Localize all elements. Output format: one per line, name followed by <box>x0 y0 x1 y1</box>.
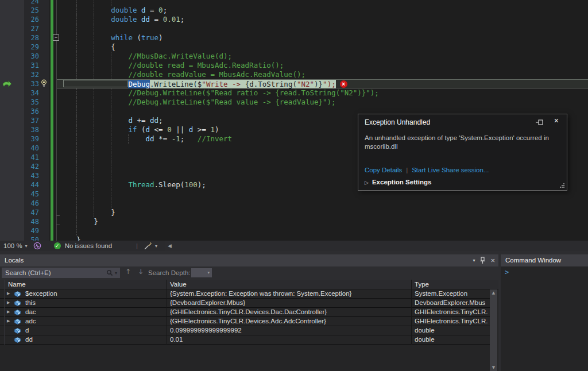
code-line[interactable] <box>0 226 588 235</box>
locals-title-bar[interactable]: Locals ▾ × <box>0 254 498 266</box>
search-next-icon[interactable]: ↓ <box>138 268 144 276</box>
locals-row[interactable]: ▶this{DevboardExplorer.Mbus}DevboardExpl… <box>0 299 490 308</box>
locals-row[interactable]: ▶$exception{System.Exception: Exception … <box>0 289 490 299</box>
command-prompt[interactable]: > <box>505 268 509 276</box>
column-separator[interactable] <box>411 280 412 345</box>
copy-details-link[interactable]: Copy Details <box>365 167 402 173</box>
column-header-name[interactable]: Name <box>8 280 26 289</box>
indent-guide <box>76 42 77 52</box>
code-text: //Debug.WriteLine($"Read ratio -> {read.… <box>128 88 379 98</box>
code-line[interactable]: } <box>0 208 588 217</box>
indent-guide <box>94 125 94 134</box>
search-input[interactable]: Search (Ctrl+E) ▾ <box>2 268 120 278</box>
locals-row[interactable]: d0.099999999999999992double <box>0 326 490 335</box>
scroll-up-arrow-icon[interactable]: ▲ <box>490 291 497 295</box>
fold-end-tick <box>56 225 60 225</box>
indent-guide <box>76 226 77 235</box>
locals-column-header[interactable]: Name Value Type <box>0 280 498 289</box>
indent-guide <box>76 208 77 217</box>
locals-title: Locals <box>5 257 24 264</box>
variable-value[interactable]: {GHIElectronics.TinyCLR.Devices.Dac.DacC… <box>170 308 408 316</box>
expand-arrow-icon[interactable]: ▶ <box>7 308 10 316</box>
locals-row[interactable]: ▶dac{GHIElectronics.TinyCLR.Devices.Dac.… <box>0 308 490 317</box>
code-line[interactable] <box>0 199 588 208</box>
code-cleanup-dropdown-icon[interactable]: ▾ <box>155 244 157 249</box>
search-depth-dropdown[interactable]: ▾ <box>191 268 212 277</box>
code-line[interactable]: //Debug.WriteLine($"Read value -> {readV… <box>0 98 588 107</box>
expand-arrow-icon[interactable]: ▶ <box>7 289 10 298</box>
code-health-icon[interactable] <box>33 242 41 250</box>
column-header-type[interactable]: Type <box>415 280 429 289</box>
indent-guide <box>111 61 111 70</box>
search-options-dropdown-icon[interactable]: ▾ <box>115 270 117 276</box>
selected-word[interactable]: Debug <box>128 80 150 88</box>
code-line[interactable]: //Debug.WriteLine($"Read ratio -> {read.… <box>0 88 588 98</box>
issues-check-icon: ✓ <box>54 242 61 249</box>
fold-collapse-box[interactable]: − <box>53 34 59 41</box>
code-line[interactable]: double dd = 0.01; <box>0 15 588 24</box>
code-line[interactable]: while (true) <box>0 33 588 42</box>
indent-guide <box>111 153 111 162</box>
expand-arrow-icon[interactable]: ▶ <box>7 299 10 307</box>
scroll-down-arrow-icon[interactable]: ▼ <box>490 365 497 370</box>
code-line[interactable]: //MbusDac.WriteValue(d); <box>0 52 588 61</box>
resize-grip-icon[interactable] <box>559 183 565 188</box>
code-line[interactable]: //double read = MbusAdc.ReadRatio(); <box>0 61 588 70</box>
indent-guide <box>76 98 77 107</box>
variable-value[interactable]: {System.Exception: Exception was thrown:… <box>170 289 408 298</box>
zoom-dropdown-icon[interactable]: ▾ <box>25 244 28 249</box>
search-placeholder: Search (Ctrl+E) <box>5 269 106 276</box>
lightbulb-icon[interactable] <box>40 79 48 87</box>
exception-unhandled-popup: Exception Unhandled × An unhandled excep… <box>358 114 567 191</box>
pin-icon[interactable] <box>480 257 485 264</box>
code-line[interactable]: //double readValue = MbusAdc.ReadValue()… <box>0 70 588 79</box>
search-prev-icon[interactable]: ↑ <box>125 268 131 276</box>
indent-guide <box>111 162 111 171</box>
locals-row[interactable]: dd0.01double <box>0 335 490 345</box>
expand-arrow-icon[interactable]: ▶ <box>7 317 10 326</box>
code-cleanup-broom-icon[interactable] <box>144 242 152 250</box>
indent-guide <box>76 33 77 42</box>
variable-value[interactable]: {DevboardExplorer.Mbus} <box>170 299 408 307</box>
popup-title: Exception Unhandled <box>365 118 430 126</box>
variable-name: adc <box>25 317 36 326</box>
code-line[interactable]: double d = 0; <box>0 6 588 15</box>
command-window-title-bar[interactable]: Command Window <box>501 254 588 266</box>
code-line[interactable] <box>0 0 588 6</box>
close-icon[interactable]: × <box>490 254 495 266</box>
code-text: Thread.Sleep(100); <box>128 180 206 190</box>
variable-value[interactable]: 0.099999999999999992 <box>170 326 408 335</box>
variable-value[interactable]: {GHIElectronics.TinyCLR.Devices.Adc.AdcC… <box>170 317 408 326</box>
variable-value[interactable]: 0.01 <box>170 335 408 344</box>
code-line[interactable] <box>0 24 588 33</box>
indent-guide <box>76 190 77 199</box>
indent-guide <box>76 61 77 70</box>
column-separator[interactable] <box>4 280 5 345</box>
column-header-value[interactable]: Value <box>170 280 187 289</box>
start-live-share-link[interactable]: Start Live Share session... <box>412 167 489 173</box>
variable-name: dd <box>25 335 33 344</box>
current-statement[interactable]: Debug.WriteLine($"Write -> {d.ToString("… <box>128 79 347 88</box>
window-position-dropdown-icon[interactable]: ▾ <box>473 254 475 266</box>
indent-guide <box>94 0 94 6</box>
code-line[interactable]: } <box>0 217 588 226</box>
popup-close-icon[interactable]: × <box>554 117 559 125</box>
exception-settings-expander[interactable]: ▷Exception Settings <box>365 179 431 186</box>
code-line[interactable]: Debug.WriteLine($"Write -> {d.ToString("… <box>0 79 588 88</box>
locals-row[interactable]: ▶adc{GHIElectronics.TinyCLR.Devices.Adc.… <box>0 317 490 326</box>
zoom-level-control[interactable]: 100 % <box>3 242 22 249</box>
search-icon[interactable] <box>106 269 113 276</box>
code-text: //MbusDac.WriteValue(d); <box>128 52 232 61</box>
indent-guide <box>94 6 94 15</box>
exception-error-icon[interactable]: × <box>340 80 347 88</box>
command-window-title: Command Window <box>505 257 561 264</box>
code-text: double d = 0; <box>111 6 167 15</box>
popup-pin-icon[interactable] <box>536 119 544 126</box>
horizontal-scrollbar[interactable]: ◀ <box>165 241 588 251</box>
scroll-left-arrow-icon[interactable]: ◀ <box>168 243 172 249</box>
code-line[interactable]: { <box>0 42 588 52</box>
locals-vertical-scrollbar[interactable]: ▲ ▼ <box>490 289 497 371</box>
column-separator[interactable] <box>167 280 167 345</box>
indent-guide <box>94 15 94 24</box>
code-line[interactable] <box>0 190 588 199</box>
